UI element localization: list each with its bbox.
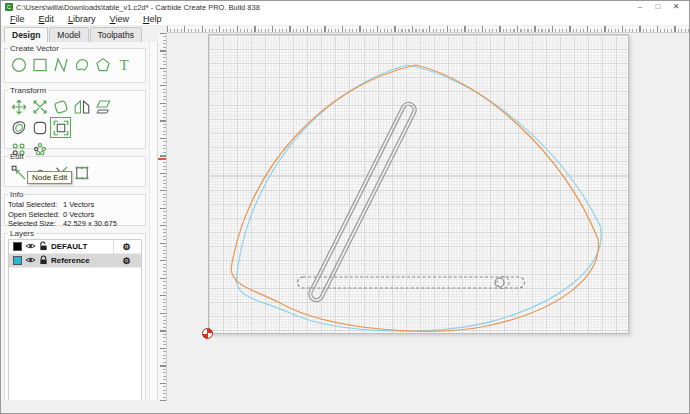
svg-text:T: T: [119, 57, 128, 73]
info-title: Info: [8, 190, 25, 199]
info-total-selected-value: 1 Vectors: [63, 200, 94, 210]
text-tool-icon[interactable]: T: [113, 54, 134, 75]
shear-tool-icon[interactable]: [92, 96, 113, 117]
edit-title: Edit: [8, 152, 26, 161]
polygon-tool-icon[interactable]: [92, 54, 113, 75]
info-open-selected: Open Selected: 0 Vectors: [8, 210, 142, 220]
scale-tool-icon[interactable]: [29, 96, 50, 117]
eye-icon[interactable]: [25, 256, 36, 266]
tab-model[interactable]: Model: [49, 27, 88, 42]
info-group: Info Total Selected: 1 Vectors Open Sele…: [4, 190, 146, 226]
app-icon: C: [5, 3, 13, 11]
layer-name: DEFAULT: [51, 242, 87, 251]
mirror-tool-icon[interactable]: [71, 96, 92, 117]
canvas-area: [158, 26, 689, 413]
menu-file[interactable]: File: [3, 14, 32, 24]
transform-group: Transform: [4, 86, 146, 149]
diagonal-slot-vector[interactable]: [306, 100, 418, 304]
unlock-icon[interactable]: [39, 241, 48, 253]
lock-icon[interactable]: [39, 255, 48, 267]
title-bar: C C:\Users\willa\Downloads\table_v1.c2d*…: [1, 1, 689, 13]
menu-view[interactable]: View: [103, 14, 136, 24]
design-panel: Create Vector T: [1, 42, 149, 400]
curve-tool-icon[interactable]: [71, 54, 92, 75]
gear-icon[interactable]: ⚙: [113, 240, 139, 254]
tab-bar: Design Model Toolpaths: [1, 26, 158, 42]
circle-tool-icon[interactable]: [8, 54, 29, 75]
info-total-selected-label: Total Selected:: [8, 200, 63, 210]
gear-icon[interactable]: ⚙: [113, 254, 139, 268]
menu-library[interactable]: Library: [61, 14, 103, 24]
menu-edit[interactable]: Edit: [32, 14, 62, 24]
layers-title: Layers: [8, 229, 36, 238]
table-outline-reference-vector[interactable]: [222, 52, 607, 343]
info-open-selected-label: Open Selected:: [8, 210, 63, 220]
menu-bar: File Edit Library View Help: [1, 13, 689, 26]
info-selected-size-label: Selected Size:: [8, 219, 63, 229]
horizontal-slot-vector[interactable]: [298, 277, 525, 289]
info-open-selected-value: 0 Vectors: [63, 210, 94, 220]
create-vector-title: Create Vector: [8, 44, 61, 53]
tab-toolpaths[interactable]: Toolpaths: [90, 27, 142, 42]
transform-title: Transform: [8, 86, 48, 95]
window-title: C:\Users\willa\Downloads\table_v1.c2d* -…: [16, 3, 260, 12]
info-selected-size: Selected Size: 42.529 x 30.675: [8, 219, 142, 229]
maximize-button[interactable]: □: [649, 1, 667, 13]
polyline-tool-icon[interactable]: [50, 54, 71, 75]
node-edit-tool-icon[interactable]: [8, 162, 29, 183]
minimize-button[interactable]: –: [631, 1, 649, 13]
create-vector-group: Create Vector T: [4, 44, 146, 83]
vertical-ruler: [158, 33, 167, 401]
move-tool-icon[interactable]: [8, 96, 29, 117]
layer-list: DEFAULT ⚙ Reference ⚙: [8, 239, 142, 400]
app-window: C C:\Users\willa\Downloads\table_v1.c2d*…: [0, 0, 690, 414]
close-button[interactable]: ✕: [667, 1, 685, 13]
layer-color-swatch[interactable]: [13, 256, 22, 265]
offset-path-tool-icon[interactable]: [8, 117, 29, 138]
panel-scrollbar[interactable]: [149, 42, 158, 400]
tab-design[interactable]: Design: [4, 27, 48, 42]
rectangle-tool-icon[interactable]: [29, 54, 50, 75]
layer-name: Reference: [51, 256, 90, 265]
node-edit-tooltip: Node Edit: [27, 171, 72, 184]
layers-group: Layers DEFAULT ⚙ Reference ⚙: [4, 229, 146, 400]
align-tool-icon[interactable]: [50, 117, 71, 138]
layer-color-swatch[interactable]: [13, 242, 22, 251]
fillet-tool-icon[interactable]: [29, 117, 50, 138]
menu-help[interactable]: Help: [136, 14, 169, 24]
info-selected-size-value: 42.529 x 30.675: [63, 219, 117, 229]
info-total-selected: Total Selected: 1 Vectors: [8, 200, 142, 210]
drawing-viewport[interactable]: [167, 33, 689, 413]
circular-array-tool-icon[interactable]: [29, 138, 50, 159]
horizontal-ruler: [167, 26, 689, 33]
vector-drawing: [167, 33, 690, 414]
ruler-cursor-indicator: [158, 158, 166, 160]
layer-row-reference[interactable]: Reference ⚙: [9, 254, 141, 268]
rotate-tool-icon[interactable]: [50, 96, 71, 117]
eye-icon[interactable]: [25, 242, 36, 252]
boolean-tool-icon[interactable]: [71, 162, 92, 183]
layer-row-default[interactable]: DEFAULT ⚙: [9, 240, 141, 254]
origin-marker-icon[interactable]: [202, 328, 213, 339]
